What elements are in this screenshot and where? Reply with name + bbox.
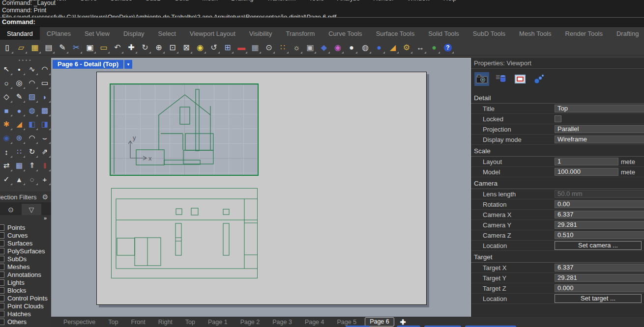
tool-arc-icon[interactable]: ◠ <box>26 77 38 89</box>
toolbar-tab[interactable]: Select <box>151 27 183 40</box>
tool-scale-icon[interactable]: ⇗ <box>39 145 51 158</box>
lamp-icon[interactable]: ☼ <box>290 41 303 54</box>
menu-item[interactable]: Help <box>443 0 457 2</box>
toolbar-tab[interactable]: Display <box>117 27 151 40</box>
filter-label[interactable]: Hatches <box>7 310 31 318</box>
viewport-page-tab[interactable]: Top <box>102 319 124 326</box>
viewport-title[interactable]: Page 6 - Detail (Top) <box>53 60 123 69</box>
filter-checkbox[interactable] <box>0 224 4 231</box>
viewport-properties-camera-icon[interactable] <box>474 72 489 86</box>
menu-item[interactable]: Mesh <box>202 0 218 2</box>
toolbar-tab[interactable]: Mesh Tools <box>512 27 558 40</box>
viewport-page-tab[interactable]: Page 3 <box>266 319 298 326</box>
filter-funnel-tab-icon[interactable]: ▽ <box>22 204 41 215</box>
new-document-icon[interactable]: ▯ <box>0 41 14 54</box>
shaded-display-icon[interactable]: ◆ <box>317 41 331 54</box>
detail-properties-icon[interactable] <box>513 72 527 86</box>
locked-checkbox[interactable] <box>555 115 561 122</box>
display-mode-dropdown[interactable]: Wireframe <box>555 136 644 143</box>
toolbar-tab[interactable]: SubD Tools <box>466 27 512 40</box>
menu-item[interactable]: Analyze <box>337 0 360 2</box>
toolbar-tab[interactable]: Standard <box>0 27 40 40</box>
camera-value-field[interactable]: 0.510 <box>555 231 644 239</box>
menu-item[interactable]: SubD <box>146 0 162 2</box>
tool-dimension-icon[interactable]: ‖ <box>39 159 51 172</box>
filter-checkbox[interactable] <box>0 279 4 286</box>
viewport-page-tab[interactable]: Page 4 <box>298 319 331 326</box>
tool-check-icon[interactable]: ✓ <box>0 173 13 186</box>
options-gear-icon[interactable]: ⚙ <box>400 41 413 54</box>
toolbar-tab[interactable]: Surface Tools <box>369 27 422 40</box>
menu-item[interactable]: Curve <box>80 0 97 2</box>
filter-label[interactable]: Lights <box>7 279 25 286</box>
tool-extrude-icon[interactable]: ⇑ <box>26 159 38 172</box>
menu-item[interactable]: Transform <box>267 0 296 2</box>
command-input[interactable]: Command: <box>0 18 644 27</box>
toolbar-tab[interactable]: Visibility <box>242 27 279 40</box>
camera-value-field[interactable]: 0.00 <box>555 200 644 208</box>
filter-checkbox[interactable] <box>0 319 4 325</box>
filter-label[interactable]: Annotations <box>7 271 41 278</box>
tool-join-icon[interactable]: ◨ <box>39 118 51 131</box>
palette-grip[interactable]: •••• <box>0 58 51 63</box>
target-value-field[interactable]: 29.281 <box>555 274 644 282</box>
target-value-field[interactable]: 0.000 <box>555 284 644 292</box>
layout-scale-field[interactable]: 1 <box>555 158 618 165</box>
object-snap-icon[interactable]: ∷ <box>276 41 290 54</box>
menu-item[interactable]: Surface <box>110 0 132 2</box>
named-views-car-icon[interactable]: ▬ <box>234 41 248 54</box>
tool-array-grid-icon[interactable]: ▦ <box>13 159 26 172</box>
tool-rectangle-icon[interactable]: ▭ <box>39 77 51 89</box>
menu-item[interactable]: Solid <box>175 0 189 2</box>
viewport-page-tab[interactable]: Top <box>179 319 202 326</box>
tool-explode-icon[interactable]: ✱ <box>0 118 13 131</box>
spotlight-icon[interactable]: ◢ <box>386 41 400 54</box>
tool-split-icon[interactable]: ◧ <box>26 118 38 131</box>
panel-gear-icon[interactable]: ⚙ <box>42 193 48 201</box>
tool-circle-icon[interactable]: ○ <box>0 77 13 89</box>
copy-icon[interactable]: ▣ <box>83 41 97 54</box>
layout-viewport[interactable]: Page 6 - Detail (Top) ▼ <box>51 58 471 327</box>
undo-view-change-icon[interactable]: ↺ <box>207 41 221 54</box>
tool-ellipse-icon[interactable]: ◎ <box>13 77 26 89</box>
target-value-field[interactable]: 6.337 <box>555 264 644 272</box>
wireframe-sphere-icon[interactable]: ◍ <box>358 41 372 54</box>
menu-item[interactable]: Drafting <box>231 0 254 2</box>
viewport-page-tab[interactable]: Right <box>152 319 179 326</box>
title-field[interactable]: Top <box>555 105 644 112</box>
camera-value-field[interactable]: 6.337 <box>555 211 644 218</box>
filter-checkbox[interactable] <box>0 264 4 270</box>
filter-checkbox[interactable] <box>0 303 4 309</box>
detail-view-plan[interactable] <box>111 188 258 278</box>
help-icon[interactable]: ? <box>441 41 455 54</box>
viewport-page-tab[interactable]: Page 6 <box>365 317 394 327</box>
viewport-page-tab[interactable]: Front <box>124 319 151 326</box>
object-properties-icon[interactable] <box>494 72 508 86</box>
menu-item[interactable]: Tools <box>309 0 323 2</box>
tool-polyline-icon[interactable]: ∿ <box>26 63 38 76</box>
tool-surface-bend-icon[interactable]: ◗ <box>39 90 51 103</box>
filter-objects-tab-icon[interactable]: ⊙ <box>1 204 21 215</box>
filter-label[interactable]: Points <box>7 224 25 231</box>
filter-label[interactable]: Others <box>7 318 27 326</box>
filter-label[interactable]: Control Points <box>7 295 48 302</box>
save-icon[interactable]: ▦ <box>28 41 42 54</box>
color-wheel-icon[interactable]: ◉ <box>331 41 345 54</box>
toolbar-tab[interactable]: Curve Tools <box>322 27 369 40</box>
tool-select-arrow-icon[interactable]: ↖ <box>0 63 13 76</box>
tool-mirror-icon[interactable]: ⇄ <box>0 159 13 172</box>
rendered-display-icon[interactable]: ● <box>345 41 358 54</box>
open-folder-icon[interactable]: ▱ <box>14 41 28 54</box>
tool-boolean-spheres-icon[interactable]: ⊛ <box>13 132 26 144</box>
dimension-icon[interactable]: ↔ <box>413 41 427 54</box>
toolbar-tab[interactable]: Render Tools <box>558 27 610 40</box>
export-annotate-icon[interactable]: ✎ <box>56 41 69 54</box>
tool-move-icon[interactable]: ↕ <box>0 145 13 158</box>
undo-icon[interactable]: ↶ <box>111 41 124 54</box>
tool-surface-quilt-icon[interactable]: ▩ <box>39 104 51 117</box>
filter-checkbox[interactable] <box>0 256 4 262</box>
tool-curve-edit-icon[interactable]: ✎ <box>13 90 26 103</box>
filter-label[interactable]: SubDs <box>7 255 27 263</box>
filter-checkbox[interactable] <box>0 248 4 254</box>
tool-boolean-union-icon[interactable]: ◉ <box>0 132 13 144</box>
